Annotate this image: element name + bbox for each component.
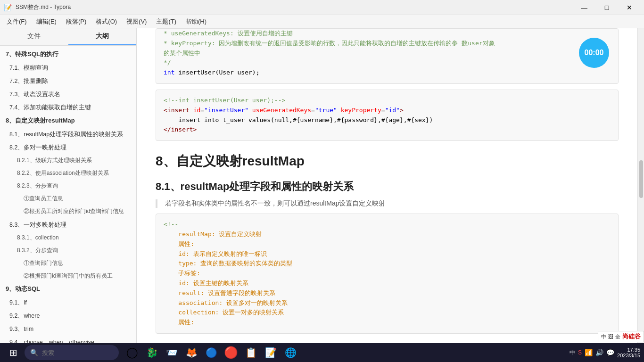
heading-8-1: 8.1、resultMap处理字段和属性的映射关系 [156, 180, 619, 194]
code-line: 的某个属性中 [164, 49, 611, 58]
code-block-1: * useGeneratedKeys: 设置使用自增的主键 * keyPrope… [156, 28, 619, 84]
sidebar-content[interactable]: 7、特殊SQL的执行 7.1、模糊查询 7.2、批量删除 7.3、动态设置表名 … [0, 46, 136, 346]
sidebar-item-7-1[interactable]: 7.1、模糊查询 [0, 61, 136, 74]
app-icon: 📝 [4, 4, 12, 11]
watermark-icon3: 全 [615, 333, 620, 340]
taskbar-app-clipboard[interactable]: 📋 [241, 343, 260, 362]
code-line: collection: 设置一对多的映射关系 [164, 308, 611, 318]
timer-badge: 00:00 [579, 38, 609, 68]
taskbar-apps: ◯ 🐉 📨 🦊 🔵 🔴 📋 📝 🌐 [123, 343, 300, 362]
minimize-button[interactable]: — [573, 0, 595, 15]
sidebar-tab-outline[interactable]: 大纲 [68, 28, 137, 45]
taskbar-notification[interactable]: 💬 [606, 349, 614, 356]
sidebar-item-8-3-2-1[interactable]: ①查询部门信息 [0, 257, 136, 270]
watermark-logo: 尚硅谷 [622, 332, 641, 341]
code-line: insert into t_user values(null,#{usernam… [164, 115, 611, 125]
taskbar-sougou[interactable]: S [578, 349, 582, 356]
code-line: 子标签: [164, 269, 611, 279]
content-scrollbar[interactable] [637, 28, 644, 362]
window-controls: — □ ✕ [573, 0, 640, 15]
code-line: <!--int insertUser(User user);--> [164, 96, 611, 106]
taskbar-search[interactable]: 🔍 [25, 345, 119, 360]
sidebar-item-8-3-1[interactable]: 8.3.1、collection [0, 231, 136, 244]
taskbar-right: 中 S 📶 🔊 💬 17:35 2023/3/15 [570, 347, 640, 358]
start-button[interactable]: ⊞ [4, 343, 23, 362]
taskbar: ⊞ 🔍 ◯ 🐉 📨 🦊 🔵 🔴 📋 📝 🌐 中 S 📶 🔊 💬 17:35 20… [0, 343, 644, 362]
sidebar-tab-files[interactable]: 文件 [0, 28, 68, 45]
taskbar-app-mail[interactable]: 📨 [162, 343, 181, 362]
menu-file[interactable]: 文件(F) [2, 16, 32, 28]
sidebar-item-9[interactable]: 9、动态SQL [0, 282, 136, 296]
code-line: <insert id="insertUser" useGeneratedKeys… [164, 106, 611, 115]
taskbar-app-firefox[interactable]: 🦊 [182, 343, 201, 362]
code-line: <!-- [164, 220, 611, 230]
taskbar-network[interactable]: 📶 [585, 349, 593, 356]
sidebar-tabs: 文件 大纲 [0, 28, 136, 46]
sidebar-item-8-2-1[interactable]: 8.2.1、级联方式处理映射关系 [0, 154, 136, 167]
sidebar-item-9-2[interactable]: 9.2、where [0, 309, 136, 322]
taskbar-app-cortana[interactable]: ◯ [123, 343, 141, 362]
code-line: */ [164, 58, 611, 68]
code-line: * keyProperty: 因为增删改有统一的返回值是受影响的行数，因此只能将… [164, 39, 611, 49]
menu-theme[interactable]: 主题(T) [151, 16, 181, 28]
search-input[interactable] [42, 349, 108, 356]
content-area[interactable]: 00:00 * useGeneratedKeys: 设置使用自增的主键 * ke… [137, 28, 637, 362]
menu-format[interactable]: 格式(O) [91, 16, 122, 28]
menu-bar: 文件(F) 编辑(E) 段落(P) 格式(O) 视图(V) 主题(T) 帮助(H… [0, 15, 644, 28]
sidebar-item-8-3[interactable]: 8.3、一对多映射处理 [0, 218, 136, 231]
watermark-icon1: 中 [601, 333, 606, 340]
code-line: </insert> [164, 125, 611, 135]
taskbar-app-chrome[interactable]: 🔵 [202, 343, 221, 362]
code-line: type: 查询的数据要映射的实体类的类型 [164, 259, 611, 269]
watermark-icon2: 🖼 [608, 334, 613, 339]
sidebar-item-8[interactable]: 8、自定义映射resultMap [0, 114, 136, 128]
code-line: 属性: [164, 239, 611, 249]
sidebar-item-8-2-2[interactable]: 8.2.2、使用association处理映射关系 [0, 167, 136, 180]
watermark: 中 🖼 全 尚硅谷 [598, 331, 644, 342]
title-bar: 📝 SSM整合.md - Typora — □ ✕ [0, 0, 644, 15]
scrollbar-thumb[interactable] [639, 160, 643, 198]
heading-8: 8、自定义映射resultMap [156, 152, 619, 170]
sidebar-item-7-4[interactable]: 7.4、添加功能获取自增的主键 [0, 101, 136, 114]
sidebar-item-8-2-3-2[interactable]: ②根据员工所对应的部门id查询部门信息 [0, 205, 136, 218]
sidebar-item-8-1[interactable]: 8.1、resultMap处理字段和属性的映射关系 [0, 128, 136, 141]
code-block-2: <!--int insertUser(User user);--> <inser… [156, 90, 619, 141]
code-line: result: 设置普通字段的映射关系 [164, 288, 611, 298]
timer-display: 00:00 [585, 49, 604, 57]
code-line: * useGeneratedKeys: 设置使用自增的主键 [164, 29, 611, 39]
search-icon: 🔍 [30, 349, 38, 356]
code-block-3: <!-- resultMap: 设置自定义映射 属性: id: 表示自定义映射的… [156, 214, 619, 334]
menu-view[interactable]: 视图(V) [122, 16, 151, 28]
sidebar-item-8-3-2[interactable]: 8.3.2、分步查询 [0, 244, 136, 257]
taskbar-app-dragon[interactable]: 🐉 [142, 343, 161, 362]
code-line: 属性: [164, 318, 611, 328]
taskbar-app-browser[interactable]: 🌐 [281, 343, 300, 362]
sidebar-item-8-2[interactable]: 8.2、多对一映射处理 [0, 141, 136, 154]
sidebar-item-8-2-3-1[interactable]: ①查询员工信息 [0, 192, 136, 205]
sidebar: 文件 大纲 7、特殊SQL的执行 7.1、模糊查询 7.2、批量删除 7.3、动… [0, 28, 137, 362]
sidebar-item-7-3[interactable]: 7.3、动态设置表名 [0, 88, 136, 101]
main-layout: 文件 大纲 7、特殊SQL的执行 7.1、模糊查询 7.2、批量删除 7.3、动… [0, 28, 644, 362]
code-line: id: 设置主键的映射关系 [164, 279, 611, 288]
menu-paragraph[interactable]: 段落(P) [61, 16, 91, 28]
code-line: resultMap: 设置自定义映射 [164, 230, 611, 239]
menu-edit[interactable]: 编辑(E) [32, 16, 61, 28]
sidebar-item-7-2[interactable]: 7.2、批量删除 [0, 74, 136, 88]
taskbar-volume[interactable]: 🔊 [595, 349, 603, 356]
blockquote-mapping: 若字段名和实体类中的属性名不一致，则可以通过resultMap设置自定义映射 [156, 199, 619, 208]
sidebar-item-9-3[interactable]: 9.3、trim [0, 322, 136, 336]
code-line: association: 设置多对一的映射关系 [164, 298, 611, 308]
taskbar-time: 17:35 2023/3/15 [617, 347, 640, 358]
sidebar-item-8-3-2-2[interactable]: ②根据部门id查询部门中的所有员工 [0, 270, 136, 282]
menu-help[interactable]: 帮助(H) [181, 16, 211, 28]
code-line: id: 表示自定义映射的唯一标识 [164, 249, 611, 259]
taskbar-app-app1[interactable]: 🔴 [222, 343, 240, 362]
maximize-button[interactable]: □ [596, 0, 618, 15]
taskbar-app-typora[interactable]: 📝 [261, 343, 280, 362]
sidebar-item-8-2-3[interactable]: 8.2.3、分步查询 [0, 180, 136, 192]
sidebar-item-7[interactable]: 7、特殊SQL的执行 [0, 48, 136, 61]
close-button[interactable]: ✕ [619, 0, 640, 15]
code-line: int insertUser(User user); [164, 68, 611, 78]
sidebar-item-9-1[interactable]: 9.1、if [0, 296, 136, 309]
taskbar-input-method[interactable]: 中 [570, 349, 575, 357]
